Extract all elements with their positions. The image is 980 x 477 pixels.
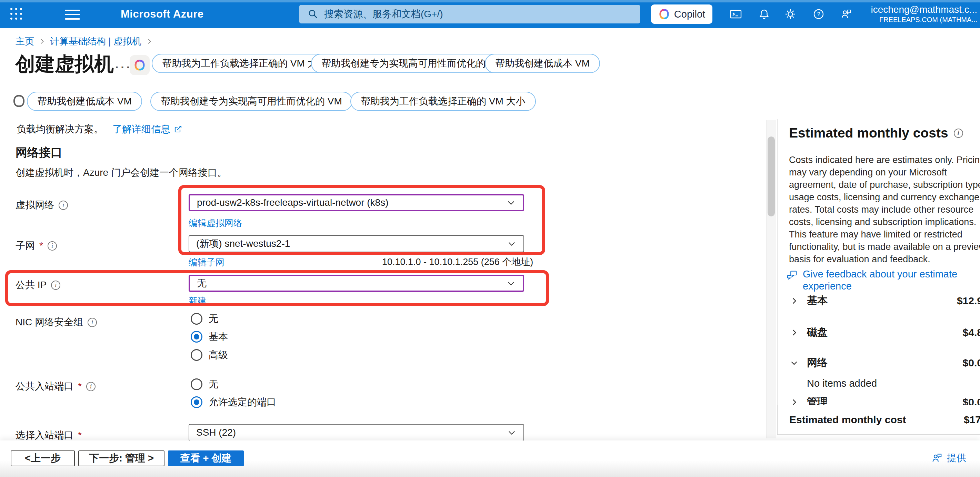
waffle-icon[interactable]	[10, 8, 22, 20]
nic-nsg-label: NIC 网络安全组	[16, 316, 97, 329]
scrollbar-thumb[interactable]	[768, 137, 775, 216]
account-email: icecheng@mathmast.c...	[871, 4, 977, 16]
cost-disclaimer: Costs indicated here are estimates only.…	[789, 154, 980, 266]
total-amount: $17	[964, 414, 980, 426]
copilot-suggestion-pill[interactable]: 帮助我创建专为实现高可用性而优化的 VM	[150, 92, 352, 111]
public-inbound-ports-label: 公共入站端口 *	[16, 380, 95, 393]
radio-label: 无	[208, 378, 218, 391]
edit-subnet-link[interactable]: 编辑子网	[189, 256, 224, 269]
search-input[interactable]: 搜索资源、服务和文档(G+/)	[299, 5, 640, 24]
estimate-feedback-label: Give feedback about your estimate experi…	[803, 268, 959, 292]
review-create-button[interactable]: 查看 + 创建	[168, 450, 244, 466]
select-inbound-ports-dropdown[interactable]: SSH (22)	[189, 424, 524, 441]
copilot-chip-button[interactable]	[130, 55, 150, 75]
cost-item-name: 磁盘	[807, 325, 827, 339]
intro-text: 负载均衡解决方案。	[17, 123, 103, 136]
feedback-person-icon[interactable]	[840, 8, 853, 20]
radio-unselected-icon[interactable]	[191, 349, 202, 361]
estimate-feedback-link[interactable]: Give feedback about your estimate experi…	[786, 268, 959, 292]
section-description: 创建虚拟机时，Azure 门户会创建一个网络接口。	[16, 166, 227, 179]
copilot-logo-icon	[134, 59, 146, 72]
copilot-suggestion-pill[interactable]: 帮助我为工作负载选择正确的 VM 大小	[350, 92, 536, 111]
breadcrumb: 主页 计算基础结构 | 虚拟机	[16, 35, 153, 48]
chevron-down-icon	[507, 239, 517, 248]
notifications-bell-icon[interactable]	[758, 8, 770, 20]
select-inbound-ports-value: SSH (22)	[196, 427, 236, 438]
external-link-icon	[174, 125, 182, 134]
label-text: 选择入站端口	[16, 429, 73, 442]
cost-row-disk[interactable]: 磁盘 $4.8	[790, 325, 980, 339]
previous-step-button[interactable]: <上一步	[11, 450, 75, 466]
copilot-button-label: Copilot	[674, 9, 705, 20]
copilot-suggestion-pill[interactable]: 帮助我创建低成本 VM	[27, 92, 142, 111]
public-ip-label: 公共 IP	[16, 278, 60, 292]
nsg-option-advanced[interactable]: 高级	[191, 348, 228, 361]
info-icon[interactable]	[88, 318, 97, 327]
inbound-option-none[interactable]: 无	[191, 378, 218, 391]
search-icon	[308, 9, 319, 20]
nsg-option-basic[interactable]: 基本	[191, 330, 228, 343]
copilot-suggestion-pill[interactable]: 帮助我创建专为实现高可用性而优化的 VM	[311, 54, 513, 73]
svg-text:?: ?	[817, 11, 820, 17]
public-ip-value: 无	[197, 277, 207, 290]
radio-unselected-icon[interactable]	[191, 378, 202, 390]
copilot-suggestion-pill[interactable]: 帮助我为工作负载选择正确的 VM 大小	[152, 54, 337, 73]
select-inbound-ports-label: 选择入站端口 *	[16, 429, 82, 442]
provide-feedback-label: 提供	[947, 452, 966, 464]
total-label: Estimated monthly cost	[789, 414, 906, 426]
cost-network-detail: No items added	[807, 378, 877, 389]
cost-item-amount: $12.9	[957, 295, 980, 307]
settings-gear-icon[interactable]	[784, 8, 797, 20]
chevron-right-icon[interactable]	[790, 296, 799, 305]
hamburger-menu-icon[interactable]	[65, 10, 80, 23]
breadcrumb-parent[interactable]: 计算基础结构 | 虚拟机	[50, 35, 142, 48]
chevron-right-icon	[146, 38, 153, 45]
radio-unselected-icon[interactable]	[191, 313, 202, 325]
feedback-person-icon	[931, 452, 943, 464]
cost-row-basic[interactable]: 基本 $12.9	[790, 294, 980, 308]
cost-panel-title: Estimated monthly costs	[789, 126, 963, 141]
next-step-button[interactable]: 下一步: 管理 >	[78, 450, 164, 466]
virtual-network-label: 虚拟网络	[16, 199, 68, 211]
subnet-dropdown[interactable]: (新项) snet-westus2-1	[189, 235, 524, 252]
copilot-suggestion-pill[interactable]: 帮助我创建低成本 VM	[485, 54, 600, 73]
breadcrumb-home[interactable]: 主页	[16, 35, 34, 48]
info-icon[interactable]	[59, 200, 68, 210]
inbound-option-allow-selected[interactable]: 允许选定的端口	[191, 396, 276, 409]
top-bar: Microsoft Azure 搜索资源、服务和文档(G+/) Copilot …	[0, 0, 980, 28]
nsg-option-none[interactable]: 无	[191, 312, 218, 325]
learn-more-link[interactable]: 了解详细信息	[112, 123, 182, 136]
cost-row-network[interactable]: 网络 $0.0	[790, 356, 980, 370]
chevron-down-icon[interactable]	[790, 358, 799, 367]
help-icon[interactable]: ?	[812, 8, 825, 20]
search-placeholder: 搜索资源、服务和文档(G+/)	[324, 8, 443, 21]
copilot-button[interactable]: Copilot	[651, 5, 713, 24]
label-text: 虚拟网络	[16, 199, 54, 211]
footer-bar: <上一步 下一步: 管理 > 查看 + 创建 提供	[0, 440, 980, 477]
account-menu[interactable]: icecheng@mathmast.c... FREELEAPS.COM (MA…	[871, 4, 977, 24]
subnet-address-range: 10.10.1.0 - 10.10.1.255 (256 个地址)	[382, 256, 533, 268]
required-asterisk: *	[78, 430, 82, 441]
info-icon[interactable]	[86, 382, 95, 391]
cost-item-name: 基本	[807, 294, 827, 308]
chevron-right-icon[interactable]	[790, 328, 799, 337]
radio-selected-icon[interactable]	[191, 396, 202, 408]
cost-item-name: 网络	[807, 356, 827, 370]
copilot-outline-icon	[12, 94, 26, 108]
subnet-value: (新项) snet-westus2-1	[196, 237, 290, 250]
cloud-shell-icon[interactable]	[730, 8, 742, 20]
chevron-down-icon	[507, 428, 517, 437]
subnet-label: 子网 *	[16, 239, 57, 252]
radio-label: 基本	[208, 330, 228, 343]
info-icon[interactable]	[954, 129, 963, 138]
radio-selected-icon[interactable]	[191, 331, 202, 343]
virtual-network-dropdown[interactable]: prod-usw2-k8s-freeleaps-virtual-networ (…	[189, 194, 524, 211]
provide-feedback-link[interactable]: 提供	[931, 452, 966, 464]
public-ip-dropdown[interactable]: 无	[189, 275, 524, 292]
radio-label: 无	[208, 312, 218, 325]
info-icon[interactable]	[48, 241, 57, 251]
edit-virtual-network-link[interactable]: 编辑虚拟网络	[189, 217, 242, 229]
create-new-public-ip-link[interactable]: 新建	[189, 295, 207, 307]
info-icon[interactable]	[51, 281, 60, 290]
required-asterisk: *	[78, 381, 82, 392]
